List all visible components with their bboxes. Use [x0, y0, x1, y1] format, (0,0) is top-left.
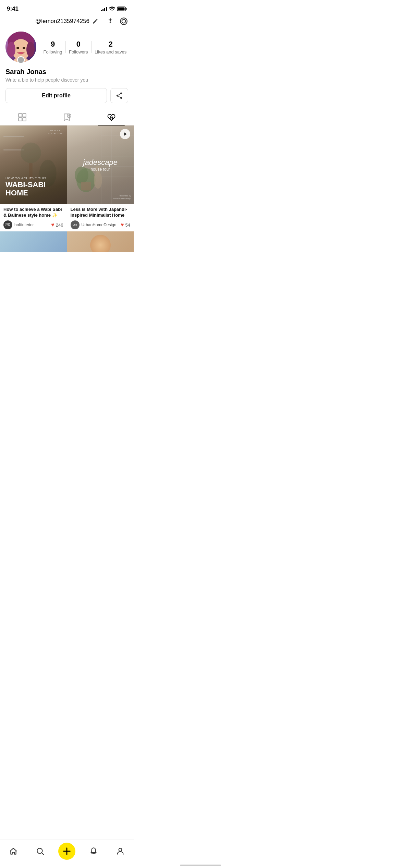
status-icons: [101, 7, 127, 11]
jadescape-author[interactable]: URB UrbanHomeDesign: [71, 220, 117, 229]
following-label: Following: [44, 49, 62, 55]
jadescape-subtitle-text: house tour: [83, 167, 118, 172]
card-jadescape[interactable]: jadescape house tour Presented byUrbanHo…: [67, 125, 134, 231]
wabi-sabi-small-text: How to achieve this: [5, 177, 61, 180]
wabi-sabi-footer: HOLTCOLL hoftinterior ♥ 246: [3, 220, 63, 229]
likes-count: 2: [109, 40, 113, 49]
holt-watermark: BY HOLTCOLLECTIVE: [48, 130, 62, 135]
jadescape-title: Less is More with Japandi-Inspired Minim…: [71, 207, 131, 218]
wifi-icon: [109, 7, 115, 11]
header-icons: [106, 17, 128, 26]
wabi-sabi-info: How to achieve a Wabi Sabi & Balinese st…: [0, 204, 67, 231]
status-time: 9:41: [7, 5, 19, 12]
svg-point-9: [18, 52, 24, 55]
svg-point-6: [26, 42, 35, 57]
heart-icon-2: ♥: [121, 222, 124, 228]
profile-section: 9 Following 0 Followers 2 Likes and save…: [0, 27, 134, 65]
heart-icon: ♥: [51, 222, 54, 228]
svg-rect-16: [110, 117, 113, 119]
avatar-container[interactable]: [5, 32, 36, 62]
hoft-logo-text: HOLTCOLL: [5, 223, 10, 227]
partial-card-right: [67, 231, 134, 252]
jadescape-like-count: 54: [125, 222, 130, 228]
following-stat[interactable]: 9 Following: [44, 40, 62, 55]
grid-row-partial: [0, 231, 134, 252]
jadescape-image: jadescape house tour Presented byUrbanHo…: [67, 125, 134, 204]
jadescape-author-name: UrbanHomeDesign: [82, 222, 117, 227]
svg-marker-36: [124, 132, 127, 136]
username-text: @lemon2135974256: [35, 18, 89, 25]
stats-area: 9 Following 0 Followers 2 Likes and save…: [42, 40, 128, 55]
stat-divider-2: [91, 41, 92, 53]
hoft-logo: HOLTCOLL: [3, 220, 12, 229]
settings-icon[interactable]: [119, 17, 128, 26]
wabi-sabi-big-text: WABI-SABI HOME: [5, 181, 61, 197]
profile-header: @lemon2135974256: [0, 15, 134, 27]
urban-watermark: Presented byUrbanHomeDesign: [113, 195, 131, 200]
svg-point-19: [21, 143, 41, 163]
svg-point-34: [94, 172, 102, 189]
stat-divider-1: [65, 41, 66, 53]
jadescape-title-text: jadescape: [83, 158, 118, 167]
wabi-sabi-author-name: hoftinterior: [14, 222, 34, 227]
edit-profile-button[interactable]: Edit profile: [5, 88, 107, 103]
tabs-bar: [0, 107, 134, 125]
bookmark-icon: [62, 113, 71, 122]
wabi-sabi-overlay: How to achieve this WABI-SABI HOME: [5, 177, 61, 197]
svg-rect-2: [126, 8, 127, 10]
likes-stat[interactable]: 2 Likes and saves: [95, 40, 126, 55]
content-grid: BY HOLTCOLLECTIVE How to achieve this WA…: [0, 125, 134, 252]
svg-rect-14: [23, 118, 26, 121]
svg-point-8: [23, 47, 25, 49]
svg-rect-17: [3, 136, 24, 137]
status-bar: 9:41: [0, 0, 134, 15]
share-icon: [116, 92, 123, 99]
play-icon: [123, 132, 127, 136]
wabi-sabi-title: How to achieve a Wabi Sabi & Balinese st…: [3, 207, 63, 218]
wabi-sabi-like-count: 246: [56, 222, 63, 228]
wabi-sabi-likes: ♥ 246: [51, 222, 63, 228]
heart-lock-icon: [107, 113, 116, 122]
jadescape-likes: ♥ 54: [121, 222, 130, 228]
tab-grid[interactable]: [0, 109, 45, 125]
svg-point-7: [16, 47, 19, 49]
user-name: Sarah Jonas: [5, 68, 128, 76]
jadescape-overlay: jadescape house tour: [83, 158, 118, 172]
svg-point-5: [7, 42, 15, 57]
battery-icon: [117, 7, 127, 11]
user-info: Sarah Jonas Write a bio to help people d…: [0, 65, 134, 85]
signal-icon: [101, 7, 107, 11]
pencil-icon[interactable]: [92, 18, 98, 24]
followers-label: Followers: [69, 49, 88, 55]
wabi-sabi-author[interactable]: HOLTCOLL hoftinterior: [3, 220, 34, 229]
play-button[interactable]: [120, 129, 130, 139]
svg-rect-12: [23, 113, 26, 117]
username-area: @lemon2135974256: [35, 18, 98, 25]
followers-stat[interactable]: 0 Followers: [69, 40, 88, 55]
user-bio: Write a bio to help people discover you: [5, 77, 128, 83]
tab-saved[interactable]: [45, 109, 89, 125]
grid-row-1: BY HOLTCOLLECTIVE How to achieve this WA…: [0, 125, 134, 231]
followers-count: 0: [76, 40, 81, 49]
sparkle-icon[interactable]: [106, 17, 114, 25]
grid-icon: [18, 113, 27, 122]
card-wabi-sabi[interactable]: BY HOLTCOLLECTIVE How to achieve this WA…: [0, 125, 67, 231]
svg-rect-33: [81, 182, 91, 191]
jadescape-info: Less is More with Japandi-Inspired Minim…: [67, 204, 134, 231]
avatar-dot: [17, 56, 25, 64]
tab-likes[interactable]: [89, 109, 134, 125]
following-count: 9: [51, 40, 55, 49]
urban-logo-text: URB: [73, 224, 77, 226]
partial-card-left: [0, 231, 67, 252]
urban-logo: URB: [71, 220, 80, 229]
share-button[interactable]: [110, 88, 128, 103]
likes-label: Likes and saves: [95, 49, 126, 55]
svg-rect-13: [19, 118, 22, 121]
jadescape-footer: URB UrbanHomeDesign ♥ 54: [71, 220, 131, 229]
edit-profile-area: Edit profile: [0, 85, 134, 107]
svg-rect-1: [118, 8, 125, 11]
svg-rect-11: [19, 113, 22, 117]
wabi-sabi-image: BY HOLTCOLLECTIVE How to achieve this WA…: [0, 125, 67, 204]
